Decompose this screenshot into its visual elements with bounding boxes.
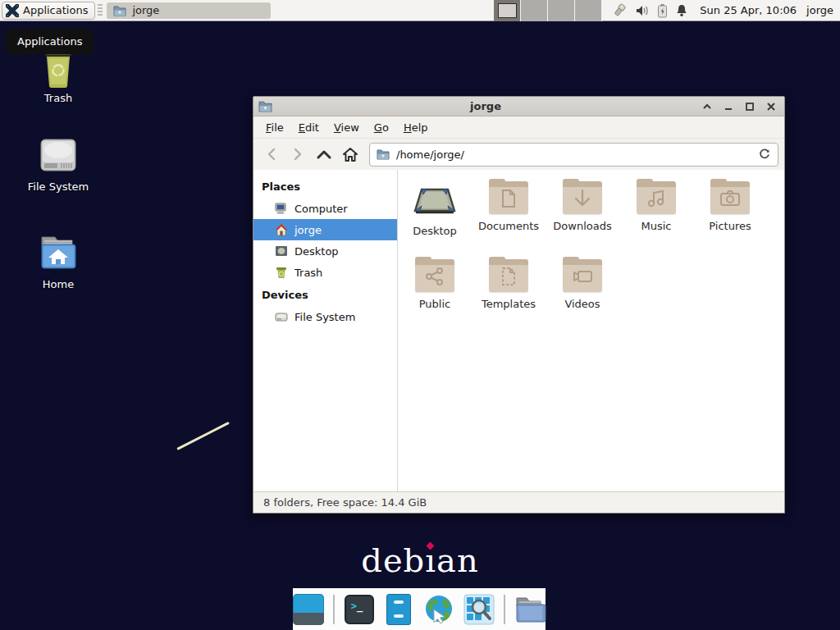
sidebar: Places Computer: [253, 170, 398, 491]
workspace-1[interactable]: [494, 0, 521, 21]
up-button[interactable]: [312, 143, 336, 166]
desktop-icon-label: Trash: [11, 92, 106, 104]
file-manager-window: jorge File Edit View Go Help: [253, 96, 785, 514]
path-text[interactable]: /home/jorge/: [396, 148, 758, 161]
file-manager-launcher[interactable]: [384, 594, 415, 625]
public-folder-icon: [415, 261, 454, 292]
battery-icon[interactable]: [657, 3, 668, 18]
menu-file[interactable]: File: [258, 118, 291, 137]
removable-media-icon[interactable]: [612, 3, 628, 18]
workspace-2[interactable]: [521, 0, 548, 21]
sidebar-item-computer[interactable]: Computer: [253, 198, 397, 219]
folder-icon: [113, 5, 126, 16]
desktop-icon-home[interactable]: Home: [11, 234, 106, 290]
close-button[interactable]: [763, 99, 779, 114]
open-folder-icon: [514, 595, 546, 624]
documents-folder-icon: [489, 183, 528, 214]
xfce-applications-icon: [6, 4, 19, 17]
web-browser-launcher[interactable]: [423, 594, 454, 625]
sidebar-section-places: Places: [253, 175, 397, 198]
templates-folder-icon: [489, 261, 528, 292]
file-item-videos[interactable]: Videos: [546, 251, 619, 329]
desktop-icon-trash[interactable]: Trash: [11, 48, 106, 104]
sidebar-item-desktop[interactable]: Desktop: [253, 240, 397, 262]
shade-button[interactable]: [699, 99, 715, 114]
menu-go[interactable]: Go: [367, 118, 396, 137]
application-finder-launcher[interactable]: [463, 594, 495, 625]
downloads-folder-icon: [563, 183, 602, 214]
debian-logo: debıan: [0, 541, 840, 579]
debian-logo-text: an: [436, 541, 479, 579]
debian-logo-i: ı: [425, 541, 436, 579]
sidebar-item-label: Desktop: [294, 245, 339, 258]
home-button[interactable]: [338, 143, 363, 166]
workspace-switcher[interactable]: [494, 0, 602, 21]
globe-icon: [422, 593, 455, 626]
file-item-label: Desktop: [413, 225, 457, 237]
window-body: Places Computer: [253, 170, 784, 491]
toolbar: /home/jorge/: [253, 139, 784, 170]
menu-bar: File Edit View Go Help: [253, 116, 784, 139]
file-item-label: Pictures: [709, 220, 751, 232]
sidebar-item-trash[interactable]: Trash: [253, 262, 397, 283]
window-controls: [699, 99, 779, 114]
file-item-downloads[interactable]: Downloads: [546, 173, 619, 251]
panel-username: jorge: [806, 4, 833, 16]
notifications-bell-icon[interactable]: [675, 3, 688, 17]
system-tray: [612, 3, 688, 18]
file-item-documents[interactable]: Documents: [472, 173, 546, 251]
show-desktop-icon: [293, 594, 324, 625]
file-item-templates[interactable]: Templates: [472, 251, 546, 329]
home-icon: [275, 223, 288, 236]
file-cabinet-icon: [386, 594, 411, 625]
dock-separator: [504, 595, 505, 624]
location-bar[interactable]: /home/jorge/: [369, 143, 778, 167]
drive-icon: [37, 136, 80, 174]
home-folder-icon: [37, 234, 80, 272]
menu-help[interactable]: Help: [396, 118, 436, 137]
desktop-icon-label: Home: [11, 278, 106, 290]
dock-separator: [333, 595, 335, 624]
sidebar-item-file-system[interactable]: File System: [253, 306, 397, 327]
forward-button[interactable]: [285, 143, 310, 166]
debian-logo-text: deb: [361, 541, 425, 579]
window-titlebar[interactable]: jorge: [253, 97, 784, 116]
volume-icon[interactable]: [635, 4, 650, 17]
panel-clock[interactable]: Sun 25 Apr, 10:06: [700, 4, 797, 16]
back-button[interactable]: [259, 143, 284, 166]
reload-icon[interactable]: [758, 148, 771, 161]
file-item-music[interactable]: Music: [619, 173, 693, 251]
sidebar-item-jorge[interactable]: jorge: [253, 219, 397, 240]
desktop-icon-label: File System: [11, 180, 106, 193]
minimize-button[interactable]: [720, 99, 737, 114]
file-item-public[interactable]: Public: [398, 251, 472, 329]
menu-edit[interactable]: Edit: [291, 118, 326, 137]
desktop-icon-file-system[interactable]: File System: [11, 136, 106, 193]
file-item-label: Music: [641, 220, 672, 232]
file-item-label: Documents: [478, 220, 539, 232]
show-desktop-button[interactable]: [293, 594, 324, 625]
file-item-pictures[interactable]: Pictures: [693, 173, 767, 251]
taskbar-window-label: jorge: [132, 4, 159, 16]
pictures-folder-icon: [710, 183, 750, 214]
file-item-desktop[interactable]: Desktop: [398, 173, 472, 251]
taskbar-window-button[interactable]: jorge: [107, 2, 271, 19]
trash-icon: [275, 266, 288, 279]
directory-menu-button[interactable]: [514, 594, 546, 625]
applications-menu-button[interactable]: Applications: [2, 2, 95, 20]
terminal-launcher[interactable]: >_: [344, 594, 375, 625]
sidebar-item-label: jorge: [294, 224, 322, 236]
workspace-3[interactable]: [548, 0, 575, 21]
menu-view[interactable]: View: [326, 118, 367, 137]
file-item-label: Videos: [564, 298, 600, 310]
sidebar-item-label: Computer: [294, 203, 348, 215]
file-item-label: Downloads: [553, 220, 611, 232]
window-folder-icon: [258, 100, 272, 112]
desktop-icon: [275, 244, 288, 258]
dock-panel: >_: [293, 588, 546, 630]
panel-handle: [98, 4, 103, 17]
computer-icon: [275, 202, 288, 215]
maximize-button[interactable]: [742, 99, 758, 114]
top-panel: Applications jorge: [0, 0, 840, 21]
workspace-4[interactable]: [575, 0, 602, 21]
